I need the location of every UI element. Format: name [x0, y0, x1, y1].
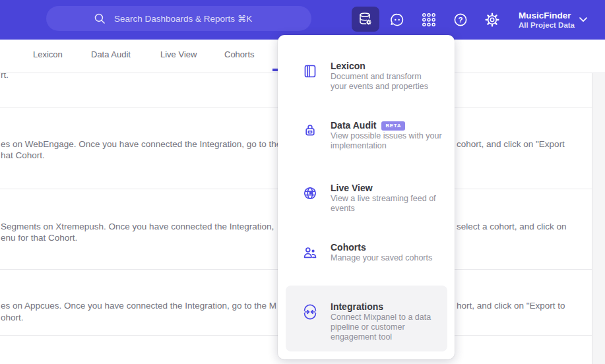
feedback-bubble-icon: [389, 12, 405, 28]
lock-audit-icon: [302, 123, 318, 138]
tab-lexicon[interactable]: Lexicon: [33, 49, 63, 59]
help-icon: ?: [453, 12, 468, 28]
top-navigation-bar: ? MusicFinder All Project Data: [0, 0, 605, 40]
menu-item-lexicon[interactable]: Lexicon Document and transform your even…: [278, 61, 455, 92]
beta-badge: BETA: [381, 121, 405, 131]
menu-item-title: Integrations: [331, 301, 383, 313]
search-icon: [93, 12, 107, 26]
tab-cohorts[interactable]: Cohorts: [224, 49, 255, 59]
globe-icon: [302, 185, 318, 201]
tab-live-view[interactable]: Live View: [160, 49, 197, 59]
data-management-icon: [358, 11, 373, 27]
menu-item-cohorts[interactable]: Cohorts Manage your saved cohorts: [278, 242, 455, 263]
menu-item-title: Live View: [331, 183, 373, 194]
settings-gear-icon: [484, 12, 500, 28]
menu-item-description: View a live streaming feed of events: [331, 194, 436, 214]
menu-item-title: Data Audit: [331, 120, 376, 131]
sync-arrows-icon: [302, 304, 318, 320]
background-text-appcues: es on Appcues. Once you have connected t…: [1, 300, 276, 311]
menu-item-data-audit[interactable]: Data Audit BETA View possible issues wit…: [278, 120, 455, 151]
tab-data-audit[interactable]: Data Audit: [91, 49, 131, 59]
background-text-appcues-tail: hort, and click on "Export to: [457, 300, 565, 311]
help-button[interactable]: ?: [449, 8, 472, 32]
menu-item-title: Lexicon: [331, 61, 366, 72]
people-icon: [302, 245, 318, 260]
background-text-xtremepush-line2: enu for that Cohort.: [1, 232, 77, 243]
scrollbar-track[interactable]: [592, 71, 605, 364]
background-text-webengage-tail: cohort, and click on "Export: [457, 138, 565, 150]
project-switcher[interactable]: MusicFinder All Project Data: [519, 8, 595, 32]
menu-item-description: View possible issues with your implement…: [331, 131, 442, 151]
data-management-dropdown-menu: Lexicon Document and transform your even…: [278, 35, 455, 359]
menu-item-description: Manage your saved cohorts: [331, 253, 432, 263]
background-text-webengage-line2: hat Cohort.: [1, 150, 45, 161]
background-text-xtremepush-tail: select a cohort, and click on: [457, 221, 567, 232]
background-text-xtremepush: Segments on Xtremepush. Once you have co…: [1, 221, 274, 232]
app-window: rt. es on WebEngage. Once you have conne…: [0, 0, 605, 364]
svg-text:?: ?: [458, 16, 462, 24]
global-search[interactable]: [46, 6, 311, 31]
settings-button[interactable]: [480, 8, 504, 32]
menu-item-title: Cohorts: [331, 242, 366, 253]
menu-item-description: Connect Mixpanel to a data pipeline or c…: [331, 313, 431, 342]
data-management-button[interactable]: [352, 7, 379, 32]
book-icon: [302, 63, 318, 79]
menu-item-integrations[interactable]: Integrations Connect Mixpanel to a data …: [286, 286, 447, 351]
search-input[interactable]: [114, 14, 265, 24]
feedback-button[interactable]: [385, 8, 409, 32]
background-text-webengage: es on WebEngage. Once you have connected…: [1, 138, 281, 150]
menu-item-live-view[interactable]: Live View View a live streaming feed of …: [278, 183, 455, 214]
menu-item-description: Document and transform your events and p…: [331, 72, 428, 92]
chevron-down-icon: [579, 17, 587, 22]
background-text-appcues-line2: ohort.: [1, 312, 24, 323]
apps-grid-button[interactable]: [417, 8, 441, 32]
apps-grid-icon: [421, 12, 437, 28]
